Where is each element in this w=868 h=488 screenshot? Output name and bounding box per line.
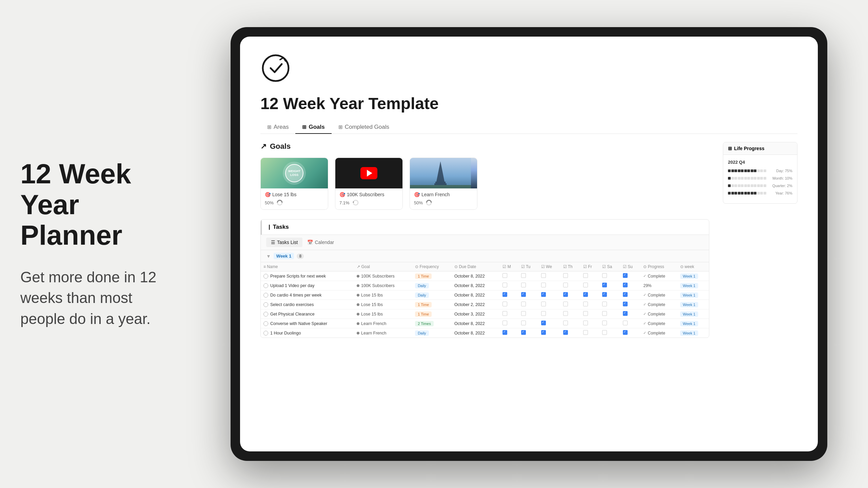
tab-goals[interactable]: ⊞ Goals: [295, 121, 331, 134]
day-checkbox[interactable]: [583, 273, 588, 278]
day-cell-thu[interactable]: [560, 281, 580, 290]
day-checkbox[interactable]: [563, 321, 568, 325]
day-cell-thu[interactable]: [560, 271, 580, 281]
task-circle-icon[interactable]: [263, 302, 268, 307]
day-checkbox[interactable]: [521, 273, 526, 278]
day-checkbox[interactable]: [563, 330, 568, 335]
day-cell-wed[interactable]: [538, 309, 560, 319]
tasks-tab-calendar[interactable]: 📅 Calendar: [302, 238, 339, 247]
day-cell-fri[interactable]: [580, 300, 599, 309]
day-checkbox[interactable]: [502, 273, 507, 278]
day-cell-tue[interactable]: [518, 328, 538, 338]
goal-card-weight[interactable]: WEIGHT LOSS 🎯 Lose 15 lbs: [260, 158, 328, 210]
day-checkbox[interactable]: [563, 273, 568, 278]
day-cell-mon[interactable]: [500, 319, 518, 328]
day-cell-mon[interactable]: [500, 271, 518, 281]
day-checkbox[interactable]: [602, 321, 607, 325]
day-cell-wed[interactable]: [538, 328, 560, 338]
day-cell-tue[interactable]: [518, 290, 538, 300]
day-cell-mon[interactable]: [500, 309, 518, 319]
day-checkbox[interactable]: [623, 292, 628, 297]
day-cell-tue[interactable]: [518, 309, 538, 319]
day-checkbox[interactable]: [563, 311, 568, 316]
day-cell-sun[interactable]: [620, 319, 641, 328]
day-cell-sun[interactable]: [620, 300, 641, 309]
day-cell-mon[interactable]: [500, 290, 518, 300]
day-checkbox[interactable]: [623, 273, 628, 278]
day-checkbox[interactable]: [583, 311, 588, 316]
day-checkbox[interactable]: [602, 283, 607, 287]
day-checkbox[interactable]: [623, 311, 628, 316]
day-cell-sat[interactable]: [599, 300, 620, 309]
day-checkbox[interactable]: [623, 321, 628, 325]
day-cell-sun[interactable]: [620, 271, 641, 281]
day-checkbox[interactable]: [502, 321, 507, 325]
day-cell-mon[interactable]: [500, 328, 518, 338]
day-cell-thu[interactable]: [560, 328, 580, 338]
day-checkbox[interactable]: [541, 283, 546, 287]
day-cell-sat[interactable]: [599, 319, 620, 328]
day-checkbox[interactable]: [623, 330, 628, 335]
day-cell-mon[interactable]: [500, 281, 518, 290]
day-cell-mon[interactable]: [500, 300, 518, 309]
day-cell-fri[interactable]: [580, 309, 599, 319]
goal-card-french[interactable]: 🎯 Learn French 50%: [410, 158, 477, 210]
day-checkbox[interactable]: [541, 330, 546, 335]
day-checkbox[interactable]: [623, 302, 628, 306]
day-cell-thu[interactable]: [560, 309, 580, 319]
day-cell-sat[interactable]: [599, 281, 620, 290]
day-checkbox[interactable]: [583, 302, 588, 306]
day-cell-thu[interactable]: [560, 300, 580, 309]
day-checkbox[interactable]: [602, 273, 607, 278]
day-cell-sat[interactable]: [599, 290, 620, 300]
day-cell-sun[interactable]: [620, 290, 641, 300]
day-cell-wed[interactable]: [538, 290, 560, 300]
task-circle-icon[interactable]: [263, 331, 268, 336]
day-cell-tue[interactable]: [518, 281, 538, 290]
day-checkbox[interactable]: [521, 321, 526, 325]
day-checkbox[interactable]: [583, 292, 588, 297]
day-checkbox[interactable]: [502, 302, 507, 306]
day-checkbox[interactable]: [602, 302, 607, 306]
day-checkbox[interactable]: [583, 330, 588, 335]
day-cell-sat[interactable]: [599, 309, 620, 319]
goal-card-youtube[interactable]: 🎯 100K Subscribers 7.1%: [335, 158, 403, 210]
day-checkbox[interactable]: [502, 292, 507, 297]
day-cell-fri[interactable]: [580, 271, 599, 281]
day-cell-tue[interactable]: [518, 300, 538, 309]
day-checkbox[interactable]: [521, 330, 526, 335]
day-checkbox[interactable]: [602, 292, 607, 297]
day-cell-sat[interactable]: [599, 271, 620, 281]
day-checkbox[interactable]: [602, 330, 607, 335]
day-cell-wed[interactable]: [538, 271, 560, 281]
day-checkbox[interactable]: [521, 302, 526, 306]
day-cell-fri[interactable]: [580, 281, 599, 290]
day-cell-tue[interactable]: [518, 271, 538, 281]
day-cell-wed[interactable]: [538, 281, 560, 290]
tab-completed-goals[interactable]: ⊞ Completed Goals: [332, 121, 396, 134]
day-checkbox[interactable]: [521, 311, 526, 316]
day-checkbox[interactable]: [541, 273, 546, 278]
day-checkbox[interactable]: [563, 283, 568, 287]
day-checkbox[interactable]: [541, 311, 546, 316]
day-checkbox[interactable]: [623, 283, 628, 287]
day-checkbox[interactable]: [541, 302, 546, 306]
task-circle-icon[interactable]: [263, 321, 268, 326]
day-cell-wed[interactable]: [538, 319, 560, 328]
task-circle-icon[interactable]: [263, 283, 268, 288]
day-checkbox[interactable]: [521, 283, 526, 287]
day-cell-fri[interactable]: [580, 319, 599, 328]
day-cell-fri[interactable]: [580, 328, 599, 338]
task-circle-icon[interactable]: [263, 293, 268, 298]
day-checkbox[interactable]: [521, 292, 526, 297]
day-cell-fri[interactable]: [580, 290, 599, 300]
day-checkbox[interactable]: [602, 311, 607, 316]
day-cell-wed[interactable]: [538, 300, 560, 309]
tasks-tab-list[interactable]: ☰ Tasks List: [266, 238, 302, 247]
day-checkbox[interactable]: [502, 283, 507, 287]
day-checkbox[interactable]: [541, 321, 546, 325]
day-cell-sun[interactable]: [620, 309, 641, 319]
day-checkbox[interactable]: [583, 283, 588, 287]
day-cell-thu[interactable]: [560, 290, 580, 300]
day-cell-sun[interactable]: [620, 281, 641, 290]
